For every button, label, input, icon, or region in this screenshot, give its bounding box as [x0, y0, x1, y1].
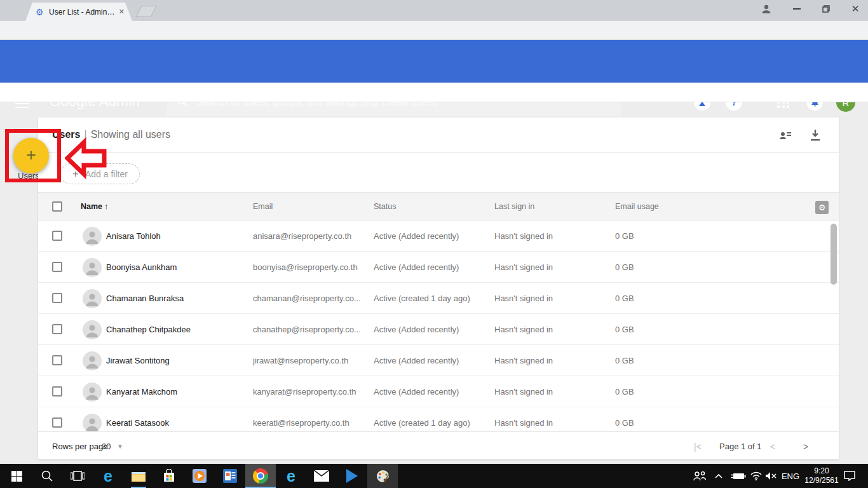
user-last-sign-in: Hasn't signed in [494, 325, 553, 334]
previous-page-icon[interactable]: < [770, 442, 775, 452]
download-users-icon[interactable] [809, 128, 823, 142]
user-status: Active (Added recently) [374, 231, 459, 241]
user-email-usage: 0 GB [615, 231, 634, 241]
tray-date: 12/9/2561 [804, 476, 838, 485]
rows-per-page-select[interactable]: 30 [102, 442, 111, 451]
card-title-row: Users|Showing all users [38, 118, 839, 152]
clock-tray[interactable]: 9:20 12/9/2561 [801, 464, 843, 488]
window-minimize-icon[interactable] [784, 0, 810, 18]
table-settings-gear-icon[interactable]: ⚙ [815, 201, 829, 214]
user-last-sign-in: Hasn't signed in [494, 387, 553, 396]
user-name: Chanathep Chitpakdee [106, 325, 191, 334]
tray-time: 9:20 [814, 466, 829, 476]
select-all-checkbox[interactable] [52, 201, 62, 212]
task-view-icon[interactable] [62, 464, 93, 488]
table-row[interactable]: Chanathep Chitpakdee chanathep@riseprope… [38, 314, 839, 345]
row-checkbox[interactable] [52, 293, 62, 303]
column-header-email[interactable]: Email [253, 202, 273, 211]
user-avatar-icon [83, 351, 102, 370]
user-status: Active (Added recently) [374, 262, 459, 272]
browser-tab-strip: ⚙ User List - Admin Console ✕ ✕ [0, 0, 868, 21]
show-hidden-icons-chevron[interactable] [712, 464, 726, 488]
row-checkbox[interactable] [52, 231, 62, 241]
admin-app-bar: Google Admin Search for users, groups, a… [0, 40, 868, 83]
user-last-sign-in: Hasn't signed in [494, 356, 553, 365]
user-name: Kanyarat Makchom [106, 387, 177, 396]
user-last-sign-in: Hasn't signed in [494, 294, 553, 303]
internet-explorer-icon[interactable]: e [276, 464, 306, 488]
column-header-status[interactable]: Status [374, 202, 396, 211]
battery-charging-icon[interactable] [729, 464, 747, 488]
tab-close-icon[interactable]: ✕ [119, 8, 125, 16]
people-tray-icon[interactable] [691, 464, 708, 488]
user-name: Chamanan Bunraksa [106, 294, 184, 303]
table-row[interactable]: Jirawat Sontitong jirawat@riseproperty.c… [38, 345, 839, 376]
annotation-highlight-box [5, 129, 61, 182]
table-scrollbar[interactable] [831, 224, 837, 285]
windows-media-player-icon[interactable] [184, 464, 215, 488]
taskbar-search-icon[interactable] [32, 464, 62, 488]
row-checkbox[interactable] [52, 262, 62, 272]
user-name: Boonyisa Aunkham [106, 262, 177, 272]
user-status: Active (created 1 day ago) [374, 294, 470, 303]
column-header-name[interactable]: Name [81, 202, 102, 211]
user-email-usage: 0 GB [615, 294, 634, 303]
dropdown-caret-icon[interactable]: ▼ [117, 443, 123, 450]
action-center-icon[interactable] [840, 464, 859, 488]
table-row[interactable]: Kanyarat Makchom kanyarat@riseproperty.c… [38, 376, 839, 407]
user-last-sign-in: Hasn't signed in [494, 262, 553, 272]
user-name: Jirawat Sontitong [106, 356, 170, 365]
office-app-icon[interactable] [215, 464, 245, 488]
user-status: Active (Added recently) [374, 356, 459, 365]
column-header-email-usage[interactable]: Email usage [615, 202, 659, 211]
row-checkbox[interactable] [52, 417, 62, 428]
user-email-usage: 0 GB [615, 325, 634, 334]
microsoft-store-icon[interactable] [154, 464, 184, 488]
user-email: chamanan@riseproperty.co... [253, 294, 361, 303]
user-status: Active (created 1 day ago) [374, 418, 470, 428]
first-page-icon[interactable]: |< [694, 442, 702, 452]
user-avatar-icon [83, 383, 102, 402]
browser-tab[interactable]: ⚙ User List - Admin Console ✕ [25, 3, 132, 21]
mail-app-icon[interactable] [306, 464, 337, 488]
table-row[interactable]: Boonyisa Aunkham boonyisa@riseproperty.c… [38, 252, 839, 283]
chrome-browser-icon[interactable] [245, 464, 276, 488]
user-email-usage: 0 GB [615, 356, 634, 365]
table-row[interactable]: Keerati Satasook keerati@riseproperty.co… [38, 407, 839, 431]
annotation-arrow-icon [65, 137, 107, 179]
edge-browser-icon[interactable]: e [93, 464, 123, 488]
breadcrumb-bar: Users [0, 83, 868, 102]
file-explorer-icon[interactable] [123, 464, 154, 488]
browser-toolbar: ← → ⌂ ปลอดภัย | https://admin.google.com… [0, 21, 868, 40]
start-button-icon[interactable] [1, 464, 32, 488]
user-email: chanathep@riseproperty.co... [253, 325, 361, 334]
user-avatar-icon [83, 227, 102, 246]
window-close-icon[interactable]: ✕ [843, 0, 868, 18]
row-checkbox[interactable] [52, 355, 62, 365]
wifi-icon[interactable] [749, 464, 764, 488]
window-restore-icon[interactable] [813, 0, 839, 18]
table-row[interactable]: Anisara Tohloh anisara@riseproperty.co.t… [38, 220, 839, 252]
user-email-usage: 0 GB [615, 262, 634, 272]
sort-ascending-icon[interactable]: ↑ [104, 201, 109, 211]
next-page-icon[interactable]: > [803, 442, 808, 452]
table-row[interactable]: Chamanan Bunraksa chamanan@riseproperty.… [38, 283, 839, 314]
user-status: Active (Added recently) [374, 387, 459, 396]
user-avatar-icon [83, 258, 102, 277]
paint-app-icon[interactable] [367, 464, 398, 488]
manage-user-columns-icon[interactable] [778, 128, 792, 142]
browser-profile-icon[interactable] [754, 0, 779, 18]
page-indicator: Page 1 of 1 [719, 442, 762, 451]
user-email: keerati@riseproperty.co.th [253, 418, 349, 428]
admin-console-favicon-icon: ⚙ [36, 7, 45, 17]
user-name: Anisara Tohloh [106, 231, 161, 241]
user-status: Active (Added recently) [374, 325, 459, 334]
windows-taskbar: e e ENG 9:20 12/9/2561 [0, 464, 868, 488]
row-checkbox[interactable] [52, 324, 62, 334]
row-checkbox[interactable] [52, 386, 62, 396]
movies-tv-icon[interactable] [337, 464, 367, 488]
new-tab-button[interactable] [135, 6, 157, 17]
user-email: boonyisa@riseproperty.co.th [253, 262, 358, 272]
tab-title: User List - Admin Console [49, 8, 116, 17]
column-header-last-sign-in[interactable]: Last sign in [494, 202, 534, 211]
